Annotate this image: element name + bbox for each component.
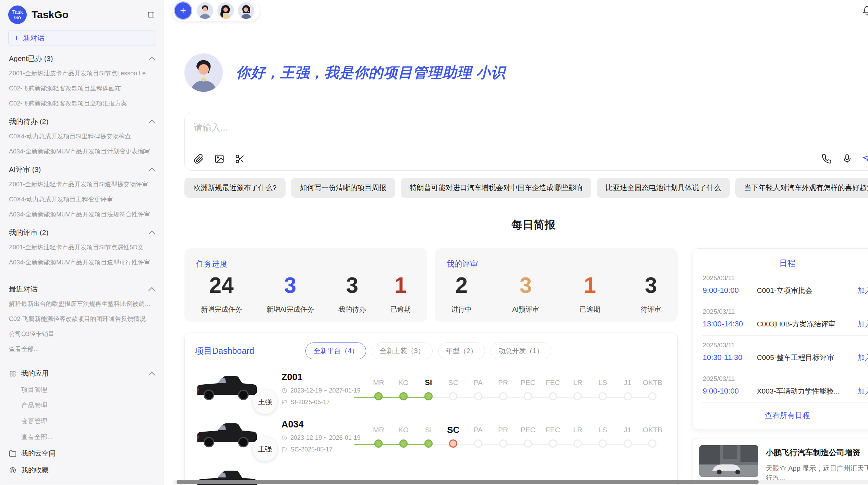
- truck-image: [195, 371, 257, 407]
- logo-text-top: Task: [12, 9, 23, 15]
- schedule-card: 日程 2025/03/11 9:00-10:00 C001-立项审批会 加入 2…: [692, 248, 868, 430]
- section-ai-review[interactable]: AI评审 (3): [8, 159, 155, 177]
- tab-new-platform[interactable]: 全新平台（4）: [305, 343, 366, 359]
- milestone-dot: [374, 439, 383, 448]
- list-item[interactable]: C0X4-动力总成开发项目SI里程碑提交物检查: [8, 129, 155, 144]
- join-meeting-link[interactable]: 加入: [858, 386, 868, 396]
- stat-in-progress: 2 进行中: [451, 273, 472, 314]
- milestone-dot: [574, 439, 582, 448]
- sidebar-item-project-mgmt[interactable]: 项目管理: [8, 382, 155, 398]
- sidebar-item-change-mgmt[interactable]: 变更管理: [8, 413, 155, 429]
- horizontal-scrollbar-thumb[interactable]: [177, 480, 759, 484]
- truck-image: [195, 418, 257, 454]
- new-chat-button[interactable]: + 新对话: [8, 30, 155, 46]
- brief-grid: 任务进度 24 新增完成任务 3 新增AI完成任务 3: [184, 248, 868, 485]
- paperclip-icon[interactable]: [194, 154, 204, 164]
- milestone-dot: [648, 392, 656, 400]
- sidebar-collapse-icon[interactable]: [147, 11, 155, 18]
- project-owner-badge: 王强: [253, 389, 277, 414]
- right-rail: 日程 2025/03/11 9:00-10:00 C001-立项审批会 加入 2…: [692, 248, 868, 485]
- card-title: 我的评审: [446, 259, 666, 269]
- milestone-dot: [374, 392, 383, 400]
- session-avatar[interactable]: [217, 2, 234, 19]
- project-row[interactable]: 王强 A034 2023-12-19 ~ 2026-01-19: [195, 418, 667, 454]
- stat-ai-done: 3 新增AI完成任务: [266, 273, 314, 314]
- suggestion-chip[interactable]: 比亚迪全固态电池计划具体说了什么: [597, 178, 730, 198]
- new-session-button[interactable]: +: [175, 2, 191, 19]
- suggestion-chip[interactable]: 特朗普可能对进口汽车增税会对中国车企造成哪些影响: [401, 178, 591, 198]
- list-item[interactable]: A034-全新新能源MUV产品开发项目法规符合性评审: [8, 207, 155, 222]
- milestone-dot: [624, 439, 632, 448]
- project-image: 王强: [195, 371, 277, 407]
- microphone-icon[interactable]: [842, 154, 852, 164]
- chat-input[interactable]: [194, 122, 868, 133]
- project-row[interactable]: 王强 Z001 2023-12-19 ~ 2027-01-19: [195, 371, 667, 407]
- image-icon[interactable]: [214, 154, 225, 164]
- chevron-up-icon: [148, 231, 155, 237]
- stats-row: 任务进度 24 新增完成任务 3 新增AI完成任务 3: [184, 248, 678, 322]
- news-card[interactable]: 小鹏飞行汽车制造公司增资 天眼查 App 显示，近日广州汇天飞行汽...: [692, 438, 868, 485]
- stat-ai-prereview: 3 AI预评审: [512, 273, 539, 314]
- logo-text-bottom: Go: [14, 15, 21, 21]
- schedule-entry: 2025/03/11 13:00-14:30 C003|H0B-方案冻结评审 加…: [702, 302, 868, 336]
- task-progress-card: 任务进度 24 新增完成任务 3 新增AI完成任务 3: [184, 248, 427, 322]
- milestone-dot: [524, 439, 532, 448]
- composer-tools-left: [194, 154, 245, 164]
- list-item[interactable]: Z001-全新燃油轻卡产品开发项目SI节点属性5D文件评审: [8, 240, 155, 255]
- section-recent-chats[interactable]: 最近对话: [8, 278, 155, 296]
- view-all-chats[interactable]: 查看全部...: [8, 341, 155, 357]
- milestone-dot: [424, 392, 433, 400]
- project-dates: 2023-12-19 ~ 2027-01-19: [290, 387, 361, 394]
- folder-icon: [9, 450, 16, 457]
- join-meeting-link[interactable]: 加入: [858, 353, 868, 362]
- section-my-review[interactable]: 我的评审 (2): [8, 222, 155, 240]
- section-my-todo[interactable]: 我的待办 (2): [8, 111, 155, 129]
- schedule-title: 日程: [702, 258, 868, 269]
- sidebar-item-product-mgmt[interactable]: 产品管理: [8, 398, 155, 413]
- section-my-apps[interactable]: 我的应用: [8, 365, 155, 382]
- milestone-dot: [424, 439, 433, 448]
- divider: [8, 361, 155, 361]
- section-agent-done[interactable]: Agent已办 (3): [8, 48, 155, 66]
- list-item[interactable]: Z001-全新燃油皮卡产品开发项目SI节点Lesson Learn报告: [8, 66, 155, 81]
- send-icon[interactable]: [863, 154, 868, 164]
- tab-powertrain[interactable]: 动总开发（1）: [491, 343, 551, 359]
- milestone-dot: [399, 392, 408, 400]
- list-item[interactable]: C0X4-动力总成开发项目工程变更评审: [8, 192, 155, 207]
- join-meeting-link[interactable]: 加入: [858, 286, 868, 295]
- project-info: Z001 2023-12-19 ~ 2027-01-19: [277, 372, 364, 406]
- list-item[interactable]: A034-全新新能源MUV产品开发项目造型可行性评审: [8, 255, 155, 270]
- list-item[interactable]: Z001-全新燃油轻卡产品开发项目SI造型提交物评审: [8, 177, 155, 192]
- tab-new-body[interactable]: 全新上装（3）: [372, 343, 432, 359]
- sidebar: Task Go TaskGo + 新对话 Agent已办 (3) Z001-全新…: [0, 0, 164, 485]
- list-item[interactable]: A034-全新新能源MUV产品开发项目计划变更表编写: [8, 144, 155, 159]
- app-logo: Task Go: [8, 5, 27, 24]
- notifications-bell-icon[interactable]: [862, 5, 868, 16]
- milestone-dot: [524, 392, 532, 400]
- list-item[interactable]: 公司Q3轻卡销量: [8, 326, 155, 341]
- project-flag: SI-2025-05-17: [290, 399, 330, 406]
- horizontal-scrollbar[interactable]: [173, 480, 868, 484]
- view-all-schedule-link[interactable]: 查看所有日程: [702, 403, 868, 423]
- tab-model-year[interactable]: 年型（2）: [438, 343, 485, 359]
- stat-pending-review: 3 待评审: [641, 273, 661, 314]
- sidebar-item-cloud-space[interactable]: 我的云空间: [8, 445, 155, 462]
- composer: [184, 113, 868, 171]
- suggestion-chip[interactable]: 如何写一份清晰的项目周报: [291, 178, 395, 198]
- suggestion-chip[interactable]: 欧洲新规最近颁布了什么?: [184, 178, 286, 198]
- session-avatar[interactable]: [197, 2, 213, 19]
- list-item[interactable]: 解释最新出台的欧盟报废车法规再生塑料比例被调至15%...: [8, 296, 155, 311]
- session-avatar[interactable]: [238, 2, 254, 19]
- list-item[interactable]: C02-飞腾新能源轻客改款项目立项汇报方案: [8, 96, 155, 111]
- milestone-dot: [599, 392, 607, 400]
- app-title: TaskGo: [32, 9, 143, 21]
- sidebar-item-favorites[interactable]: 我的收藏: [8, 462, 155, 478]
- list-item[interactable]: C02-飞腾新能源轻客改款项目的闭环通告反馈情况: [8, 311, 155, 326]
- join-meeting-link[interactable]: 加入: [858, 319, 868, 329]
- list-item[interactable]: C02-飞腾新能源轻客改款项目里程碑画布: [8, 81, 155, 96]
- divider: [8, 483, 155, 483]
- scissors-icon[interactable]: [235, 154, 245, 164]
- view-all-apps[interactable]: 查看全部...: [8, 429, 155, 445]
- suggestion-chip[interactable]: 当下年轻人对汽车外观有怎样的喜好趋势: [735, 178, 868, 198]
- phone-icon[interactable]: [821, 154, 832, 164]
